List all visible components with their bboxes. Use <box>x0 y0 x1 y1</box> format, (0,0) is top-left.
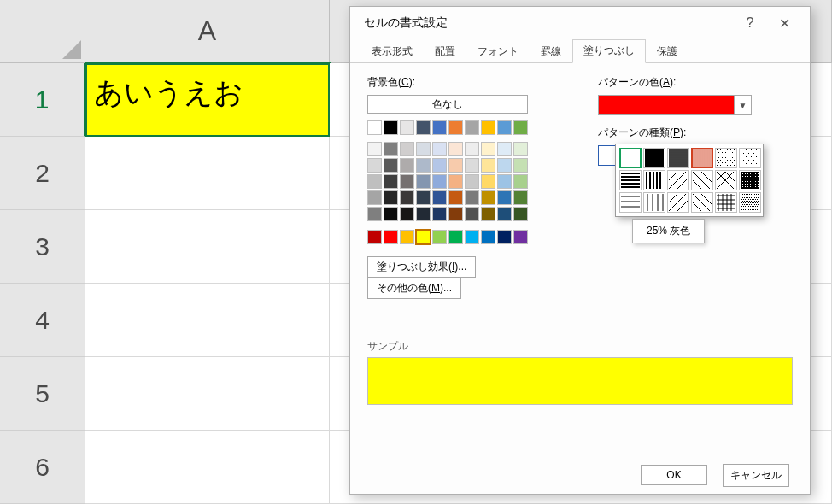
color-swatch[interactable] <box>448 120 463 135</box>
row-header-4[interactable]: 4 <box>0 284 85 357</box>
tab-protection[interactable]: 保護 <box>646 40 688 63</box>
pattern-option[interactable] <box>643 192 665 213</box>
select-all-corner[interactable] <box>0 0 85 63</box>
cell-A3[interactable] <box>85 210 330 284</box>
color-swatch[interactable] <box>448 174 463 189</box>
color-swatch[interactable] <box>384 158 398 173</box>
no-color-button[interactable]: 色なし <box>367 95 528 114</box>
color-swatch[interactable] <box>513 190 528 205</box>
color-swatch[interactable] <box>432 142 447 156</box>
pattern-option[interactable] <box>715 192 737 213</box>
color-swatch[interactable] <box>513 120 528 135</box>
color-swatch[interactable] <box>513 142 528 156</box>
tab-font[interactable]: フォント <box>466 40 530 63</box>
color-swatch[interactable] <box>400 174 414 189</box>
tab-border[interactable]: 罫線 <box>530 40 572 63</box>
color-swatch[interactable] <box>384 190 398 205</box>
pattern-option[interactable] <box>739 148 761 168</box>
color-swatch[interactable] <box>416 190 431 205</box>
pattern-option[interactable] <box>619 192 642 213</box>
color-swatch[interactable] <box>367 230 382 244</box>
color-swatch[interactable] <box>481 190 495 205</box>
row-header-5[interactable]: 5 <box>0 357 85 431</box>
color-swatch[interactable] <box>497 120 512 135</box>
color-swatch[interactable] <box>367 174 382 189</box>
cell-A5[interactable] <box>85 357 330 431</box>
color-swatch[interactable] <box>432 230 447 244</box>
color-swatch[interactable] <box>416 142 431 156</box>
color-swatch[interactable] <box>497 207 512 221</box>
row-header-3[interactable]: 3 <box>0 210 85 284</box>
tab-fill[interactable]: 塗りつぶし <box>572 39 646 63</box>
color-swatch[interactable] <box>497 158 512 173</box>
color-swatch[interactable] <box>497 174 512 189</box>
color-swatch[interactable] <box>513 230 528 244</box>
color-swatch[interactable] <box>367 207 382 221</box>
color-swatch[interactable] <box>497 190 512 205</box>
color-swatch[interactable] <box>400 120 414 135</box>
pattern-option[interactable] <box>691 170 713 190</box>
color-swatch[interactable] <box>465 207 479 221</box>
color-swatch[interactable] <box>384 207 398 221</box>
pattern-option[interactable] <box>643 170 665 190</box>
color-swatch[interactable] <box>481 230 495 244</box>
color-swatch[interactable] <box>400 142 414 156</box>
color-swatch[interactable] <box>367 120 382 135</box>
color-swatch[interactable] <box>384 142 398 156</box>
pattern-color-combo[interactable]: ▼ <box>598 95 752 115</box>
color-swatch[interactable] <box>513 158 528 173</box>
color-swatch[interactable] <box>513 174 528 189</box>
pattern-option[interactable] <box>739 192 761 213</box>
color-swatch[interactable] <box>448 190 463 205</box>
color-swatch[interactable] <box>432 207 447 221</box>
tab-number-format[interactable]: 表示形式 <box>360 40 424 63</box>
color-swatch[interactable] <box>481 207 495 221</box>
row-header-6[interactable]: 6 <box>0 431 85 504</box>
color-swatch[interactable] <box>513 207 528 221</box>
cancel-button[interactable]: キャンセル <box>723 464 789 487</box>
row-header-1[interactable]: 1 <box>0 63 85 137</box>
color-swatch[interactable] <box>367 158 382 173</box>
close-button[interactable]: ✕ <box>767 10 801 36</box>
color-swatch[interactable] <box>432 190 447 205</box>
color-swatch[interactable] <box>416 120 431 135</box>
pattern-option[interactable] <box>619 170 642 190</box>
cell-A1[interactable]: あいうえお <box>85 63 330 137</box>
color-swatch[interactable] <box>465 174 479 189</box>
column-header-A[interactable]: A <box>85 0 330 63</box>
color-swatch[interactable] <box>367 190 382 205</box>
color-swatch[interactable] <box>432 120 447 135</box>
pattern-option[interactable] <box>667 170 689 190</box>
help-button[interactable]: ? <box>733 10 767 36</box>
pattern-option[interactable] <box>619 148 642 168</box>
cell-A6[interactable] <box>85 431 330 504</box>
color-swatch[interactable] <box>416 174 431 189</box>
color-swatch[interactable] <box>448 207 463 221</box>
color-swatch[interactable] <box>497 230 512 244</box>
fill-effects-button[interactable]: 塗りつぶし効果(I)... <box>367 256 476 278</box>
color-swatch[interactable] <box>432 158 447 173</box>
color-swatch[interactable] <box>465 120 479 135</box>
color-swatch[interactable] <box>465 190 479 205</box>
color-swatch[interactable] <box>384 174 398 189</box>
cell-A2[interactable] <box>85 137 330 210</box>
color-swatch[interactable] <box>400 230 414 244</box>
color-swatch[interactable] <box>400 207 414 221</box>
color-swatch[interactable] <box>481 120 495 135</box>
color-swatch[interactable] <box>367 142 382 156</box>
color-swatch[interactable] <box>400 158 414 173</box>
cell-A4[interactable] <box>85 284 330 357</box>
color-swatch[interactable] <box>481 158 495 173</box>
color-swatch[interactable] <box>384 120 398 135</box>
pattern-option[interactable] <box>691 148 713 168</box>
color-swatch[interactable] <box>481 174 495 189</box>
color-swatch[interactable] <box>384 230 398 244</box>
color-swatch[interactable] <box>481 142 495 156</box>
color-swatch[interactable] <box>448 158 463 173</box>
color-swatch[interactable] <box>448 230 463 244</box>
pattern-option[interactable] <box>739 170 761 190</box>
color-swatch[interactable] <box>416 207 431 221</box>
pattern-option[interactable] <box>715 148 737 168</box>
color-swatch[interactable] <box>465 230 479 244</box>
color-swatch[interactable] <box>448 142 463 156</box>
